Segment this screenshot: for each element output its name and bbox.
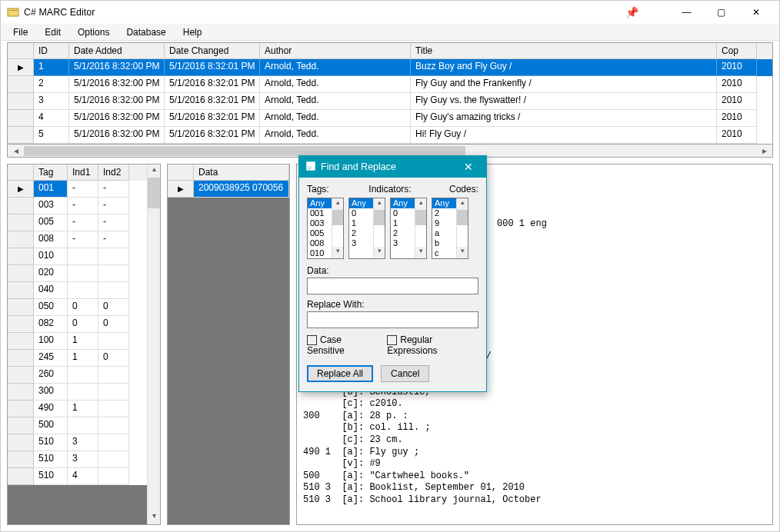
menu-file[interactable]: File xyxy=(5,25,35,39)
menu-edit[interactable]: Edit xyxy=(37,25,68,39)
table-row[interactable]: 050 0 0 xyxy=(8,299,147,316)
table-row[interactable]: 3 5/1/2016 8:32:00 PM 5/1/2016 8:32:01 P… xyxy=(8,93,772,110)
table-row[interactable]: ▶ 2009038925 070056 xyxy=(168,181,289,198)
table-row[interactable]: 245 1 0 xyxy=(8,350,147,367)
tags-panel[interactable]: Tag Ind1 Ind2 ▶ 001 - - 003 - - 005 - - … xyxy=(7,164,161,525)
label-tags: Tags: xyxy=(307,184,348,195)
col-tag[interactable]: Tag xyxy=(34,165,68,181)
pin-icon[interactable]: 📌 xyxy=(625,6,638,18)
table-row[interactable]: 300 xyxy=(8,384,147,401)
list-ind2[interactable]: Any0123▴▾ xyxy=(390,198,427,259)
menu-database[interactable]: Database xyxy=(118,25,173,39)
table-row[interactable]: ▶ 001 - - xyxy=(8,181,147,198)
col-id[interactable]: ID xyxy=(34,43,69,59)
close-button[interactable]: ✕ xyxy=(738,1,773,24)
table-row[interactable]: 008 - - xyxy=(8,231,147,248)
list-ind1[interactable]: Any0123▴▾ xyxy=(348,198,385,259)
col-ind2[interactable]: Ind2 xyxy=(98,165,129,181)
minimize-button[interactable]: — xyxy=(669,1,704,24)
table-row[interactable]: 005 - - xyxy=(8,214,147,231)
label-codes: Codes: xyxy=(432,184,478,195)
table-row[interactable]: 510 4 xyxy=(8,468,147,485)
table-row[interactable]: 100 1 xyxy=(8,333,147,350)
table-row[interactable]: ▶ 1 5/1/2016 8:32:00 PM 5/1/2016 8:32:01… xyxy=(8,59,772,76)
replace-all-button[interactable]: Replace All xyxy=(307,365,373,382)
table-row[interactable]: 4 5/1/2016 8:32:00 PM 5/1/2016 8:32:01 P… xyxy=(8,110,772,127)
window-title: C# MARC Editor xyxy=(24,7,625,18)
col-title[interactable]: Title xyxy=(411,43,717,59)
menu-help[interactable]: Help xyxy=(175,25,210,39)
col-author[interactable]: Author xyxy=(260,43,411,59)
menubar: File Edit Options Database Help xyxy=(1,24,779,41)
cancel-button[interactable]: Cancel xyxy=(381,365,429,382)
table-row[interactable]: 5 5/1/2016 8:32:00 PM 5/1/2016 8:32:01 P… xyxy=(8,127,772,144)
table-row[interactable]: 490 1 xyxy=(8,401,147,417)
dialog-titlebar[interactable]: ⌕ Find and Replace ✕ xyxy=(299,156,486,178)
col-ind1[interactable]: Ind1 xyxy=(68,165,98,181)
table-row[interactable]: 2 5/1/2016 8:32:00 PM 5/1/2016 8:32:01 P… xyxy=(8,76,772,93)
col-data[interactable]: Data xyxy=(194,165,289,181)
svg-rect-1 xyxy=(9,10,17,11)
dialog-close-button[interactable]: ✕ xyxy=(457,161,480,173)
case-sensitive-checkbox[interactable]: Case Sensitive xyxy=(307,334,376,356)
records-grid[interactable]: ID Date Added Date Changed Author Title … xyxy=(7,42,773,145)
list-tags[interactable]: Any001003005008010▴▾ xyxy=(307,198,344,259)
col-cop[interactable]: Cop xyxy=(717,43,757,59)
regex-checkbox[interactable]: Regular Expressions xyxy=(387,334,478,356)
col-date-added[interactable]: Date Added xyxy=(69,43,165,59)
label-replace: Replace With: xyxy=(307,299,478,310)
titlebar: C# MARC Editor 📌 — ▢ ✕ xyxy=(1,1,779,24)
table-row[interactable]: 040 xyxy=(8,282,147,299)
svg-text:⌕: ⌕ xyxy=(308,162,312,170)
table-row[interactable]: 510 3 xyxy=(8,451,147,468)
replace-input[interactable] xyxy=(307,311,478,328)
svg-rect-0 xyxy=(8,8,18,16)
maximize-button[interactable]: ▢ xyxy=(704,1,738,24)
dialog-title: Find and Replace xyxy=(321,161,457,172)
find-replace-dialog: ⌕ Find and Replace ✕ Tags: Indicators: C… xyxy=(298,155,487,392)
label-indicators: Indicators: xyxy=(348,184,432,195)
table-row[interactable]: 003 - - xyxy=(8,198,147,214)
table-row[interactable]: 010 xyxy=(8,248,147,265)
grid-header: ID Date Added Date Changed Author Title … xyxy=(8,43,772,59)
menu-options[interactable]: Options xyxy=(70,25,117,39)
scroll-left-icon[interactable]: ◂ xyxy=(9,145,22,156)
dialog-icon: ⌕ xyxy=(305,161,316,174)
col-date-changed[interactable]: Date Changed xyxy=(165,43,260,59)
tags-vscroll[interactable]: ▴▾ xyxy=(147,165,160,524)
table-row[interactable]: 260 xyxy=(8,367,147,384)
table-row[interactable]: 500 xyxy=(8,417,147,434)
data-input[interactable] xyxy=(307,278,478,294)
data-panel[interactable]: Data ▶ 2009038925 070056 xyxy=(167,164,290,525)
label-data: Data: xyxy=(307,265,478,276)
scroll-right-icon[interactable]: ▸ xyxy=(758,145,771,156)
table-row[interactable]: 510 3 xyxy=(8,434,147,451)
list-codes[interactable]: Any29abc▴▾ xyxy=(432,198,468,259)
app-icon xyxy=(7,6,19,18)
table-row[interactable]: 082 0 0 xyxy=(8,316,147,333)
table-row[interactable]: 020 xyxy=(8,265,147,282)
